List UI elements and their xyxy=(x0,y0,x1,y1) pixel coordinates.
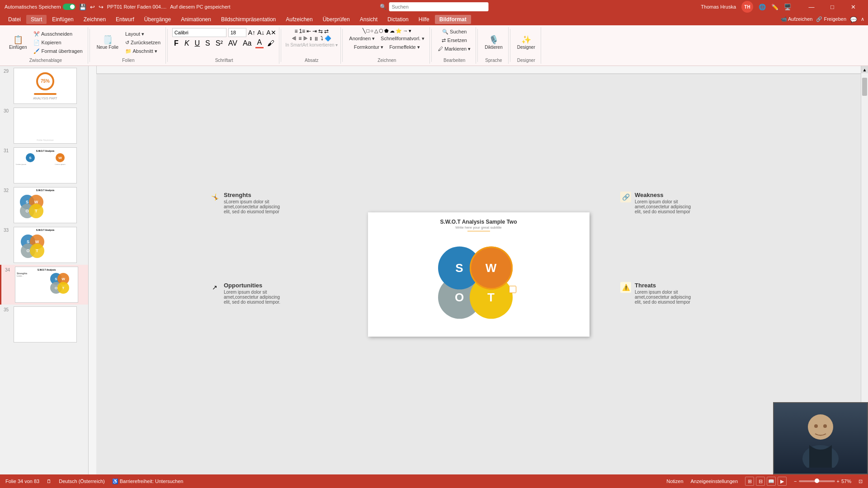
menu-praesentation[interactable]: Bildschirmpräsentation xyxy=(217,15,280,24)
aufzeichen-button[interactable]: 📹 Aufzeichen xyxy=(781,16,813,23)
font-grow-button[interactable]: A↑ xyxy=(248,29,255,36)
align-justify-button[interactable]: ⫾ xyxy=(310,35,312,42)
menu-datei[interactable]: Datei xyxy=(4,15,25,24)
menu-ansicht[interactable]: Ansicht xyxy=(355,15,382,24)
screen-icon[interactable]: 🖥️ xyxy=(784,4,791,10)
menu-entwurf[interactable]: Entwurf xyxy=(111,15,139,24)
italic-button[interactable]: K xyxy=(183,39,191,48)
indent-increase-button[interactable]: ⇥ xyxy=(312,28,317,34)
slide-thumb-31[interactable]: 31 S.W.O.T Analysis S Lorem ipsum W Lore… xyxy=(0,145,88,185)
shadow-button[interactable]: S² xyxy=(214,39,225,48)
ausschneiden-button[interactable]: ✂️ Ausschneiden xyxy=(31,30,85,38)
menu-dictation[interactable]: Dictation xyxy=(383,15,413,24)
slide-thumb-34[interactable]: 34 S.W.O.T Analysis Strenghts Lorem... S… xyxy=(0,265,88,305)
char-spacing-button[interactable]: AV xyxy=(226,39,239,48)
schnellformat-button[interactable]: Schnellformatvorl. ▾ xyxy=(378,35,427,42)
comments-icon[interactable]: 💬 xyxy=(850,16,857,23)
menu-bildformat[interactable]: Bildformat xyxy=(435,15,471,24)
case-button[interactable]: Aa xyxy=(241,39,254,48)
diktieren-button[interactable]: 🎙️ Diktieren xyxy=(482,34,505,51)
shape1[interactable]: ╲ xyxy=(363,28,366,34)
suchen-button[interactable]: 🔍 Suchen xyxy=(440,28,469,36)
highlight-button[interactable]: 🖌 xyxy=(265,39,276,48)
menu-animationen[interactable]: Animationen xyxy=(176,15,216,24)
zuruecksetzen-button[interactable]: ↺ Zurücksetzen xyxy=(123,39,163,47)
scroll-thumb[interactable] xyxy=(862,78,867,96)
menu-uebergaenge[interactable]: Übergänge xyxy=(140,15,175,24)
strikethrough-button[interactable]: S xyxy=(203,39,212,48)
menu-zeichnen[interactable]: Zeichnen xyxy=(79,15,110,24)
format-uebertragen-button[interactable]: 🖌️ Format übertragen xyxy=(31,47,85,55)
shape9[interactable]: → xyxy=(403,28,408,34)
align-left-button[interactable]: ⫷ xyxy=(292,35,297,42)
menu-hilfe[interactable]: Hilfe xyxy=(414,15,434,24)
slide-thumb-30[interactable]: 30 Folie Nummer xyxy=(0,106,88,145)
maximize-button[interactable]: □ xyxy=(822,0,843,14)
menu-ueberpruefen[interactable]: Überprüfen xyxy=(318,15,354,24)
slideshow-button[interactable]: ▶ xyxy=(778,477,787,486)
einfuegen-button[interactable]: 📋 Einfügen xyxy=(6,34,29,51)
slide-thumb-35[interactable]: 35 xyxy=(0,305,88,344)
shape5[interactable]: ⬡ xyxy=(379,28,383,34)
slide-thumb-33[interactable]: 33 S.W.O.T Analysis S W O T xyxy=(0,225,88,265)
formeffekte-button[interactable]: Formeffekte ▾ xyxy=(387,43,422,51)
w-handle[interactable]: ✛ xyxy=(509,286,516,293)
neue-folie-button[interactable]: 🗒️ Neue Folie xyxy=(94,34,121,51)
menu-aufzeichen[interactable]: Aufzeichen xyxy=(281,15,317,24)
scroll-up-button[interactable]: ▲ xyxy=(861,66,868,73)
share-icon[interactable]: 🌐 xyxy=(759,4,766,10)
smartart-button[interactable]: 🔷 xyxy=(325,35,331,42)
more-shapes[interactable]: ▾ xyxy=(409,28,411,34)
circle-w[interactable]: W ✛ xyxy=(470,246,513,289)
slide-thumb-29[interactable]: 29 75% ANALYSIS PART xyxy=(0,66,88,106)
underline-button[interactable]: U xyxy=(193,39,202,48)
layout-button[interactable]: Layout ▾ xyxy=(123,30,163,38)
designer-button[interactable]: ✨ Designer xyxy=(514,34,538,51)
search-input[interactable] xyxy=(389,2,489,11)
reading-view-button[interactable]: 📖 xyxy=(767,477,776,486)
save-icon[interactable]: 💾 xyxy=(79,4,86,10)
font-shrink-button[interactable]: A↓ xyxy=(257,29,264,36)
normal-view-button[interactable]: ⊞ xyxy=(745,477,754,486)
shape4[interactable]: △ xyxy=(374,28,378,34)
font-family-select[interactable]: Calibri xyxy=(172,28,226,37)
presentation-slide[interactable]: S.W.O.T Analysis Sample Two Write here y… xyxy=(368,212,590,337)
menu-start[interactable]: Start xyxy=(26,15,47,24)
font-color-button[interactable]: A xyxy=(255,38,264,48)
ersetzen-button[interactable]: ⇄ Ersetzen xyxy=(439,37,469,44)
search-bar[interactable]: 🔍 xyxy=(380,2,489,11)
columns-button[interactable]: ⫼ xyxy=(314,35,319,42)
redo-icon[interactable]: ↪ xyxy=(99,4,104,10)
slide-thumb-32[interactable]: 32 S.W.O.T Analysis S W O T xyxy=(0,185,88,225)
text-direction-button[interactable]: ⤵ xyxy=(321,35,323,42)
shape8[interactable]: ⭐ xyxy=(396,28,402,34)
zoom-slider[interactable] xyxy=(799,480,835,482)
anordnen-button[interactable]: Anordnen ▾ xyxy=(347,35,377,42)
shape2[interactable]: □ xyxy=(367,28,370,34)
indent-decrease-button[interactable]: ⇤ xyxy=(307,28,311,34)
list-unordered-button[interactable]: ≡ xyxy=(294,28,297,34)
list-ordered-button[interactable]: 1≡ xyxy=(299,28,305,34)
ltr-button[interactable]: ⇄ xyxy=(324,28,329,34)
markieren-button[interactable]: 🖊 Markieren ▾ xyxy=(436,45,473,53)
collapse-ribbon-icon[interactable]: ∧ xyxy=(861,16,864,23)
display-settings-button[interactable]: Anzeigeeinstellungen xyxy=(691,479,738,484)
formkontur-button[interactable]: Formkontur ▾ xyxy=(352,43,386,51)
zoom-in-button[interactable]: + xyxy=(837,479,840,484)
clear-format-button[interactable]: A✕ xyxy=(266,29,276,36)
shape7[interactable]: ☁ xyxy=(390,28,395,34)
fit-slide-button[interactable]: ⊡ xyxy=(859,479,863,484)
autosave-switch[interactable] xyxy=(63,4,75,10)
bold-button[interactable]: F xyxy=(172,38,181,48)
menu-einfuegen[interactable]: Einfügen xyxy=(47,15,78,24)
align-right-button[interactable]: ⫸ xyxy=(303,35,308,42)
shape6[interactable]: ⬟ xyxy=(384,28,389,34)
freigeben-button[interactable]: 🔗 Freigeben xyxy=(816,16,846,23)
close-button[interactable]: ✕ xyxy=(843,0,863,14)
avatar[interactable]: TH xyxy=(741,1,753,13)
autosave-toggle[interactable]: Automatisches Speichern xyxy=(5,4,75,10)
align-center-button[interactable]: ≡ xyxy=(298,35,302,42)
minimize-button[interactable]: — xyxy=(801,0,822,14)
swot-diagram[interactable]: S W ✛ O T xyxy=(429,242,528,328)
slide-notes-toggle[interactable]: 🗒 xyxy=(47,479,52,484)
